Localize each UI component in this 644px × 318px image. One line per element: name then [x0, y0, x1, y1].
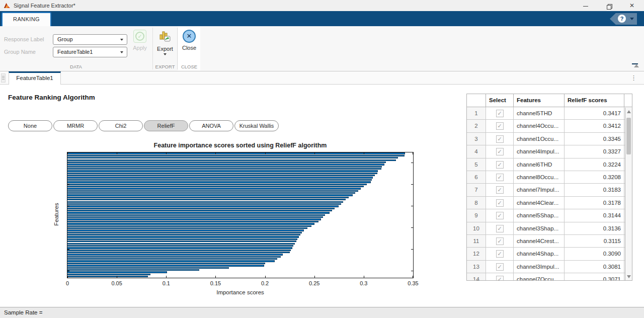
bar: [67, 267, 229, 269]
table-row: 6✓channel8Occu...0.3208: [467, 171, 632, 184]
help-icon: ?: [618, 15, 626, 23]
bar: [67, 184, 367, 185]
algo-button-mrmr[interactable]: MRMR: [53, 120, 98, 131]
row-checkbox[interactable]: ✓: [496, 212, 504, 219]
y-axis-tick: [411, 184, 413, 185]
row-select-cell: ✓: [486, 145, 514, 158]
bar: [67, 232, 302, 233]
bar: [67, 271, 167, 273]
bar: [67, 173, 377, 174]
row-score: 0.3345: [565, 133, 624, 145]
bar: [67, 177, 373, 178]
x-axis-tick: [265, 276, 266, 278]
bar-chart-plot: [67, 152, 414, 278]
close-window-button[interactable]: ✕: [624, 0, 640, 11]
row-score: 0.3090: [565, 248, 624, 260]
section-label-close: CLOSE: [178, 64, 200, 69]
close-tool-icon: ✕: [183, 30, 196, 43]
row-checkbox[interactable]: ✓: [496, 110, 504, 117]
row-checkbox[interactable]: ✓: [496, 199, 504, 207]
row-rank: 1: [467, 107, 486, 120]
y-axis-tick: [67, 184, 69, 185]
row-checkbox[interactable]: ✓: [496, 250, 504, 258]
x-tick-label: 0.25: [309, 280, 319, 286]
ribbon-toolbar: Response Label Group Name Group FeatureT…: [0, 26, 644, 71]
algo-button-kruskal-wallis[interactable]: Kruskal Wallis: [234, 120, 279, 131]
row-checkbox[interactable]: ✓: [496, 161, 504, 169]
bar: [67, 276, 148, 277]
help-button[interactable]: ?: [610, 13, 637, 25]
tab-options-kebab-icon[interactable]: ⋮: [630, 73, 637, 83]
bar: [67, 241, 296, 242]
bar: [67, 157, 398, 158]
algo-button-relieff[interactable]: ReliefF: [144, 120, 188, 131]
scroll-down-icon[interactable]: [627, 275, 631, 278]
tab-featuretable1[interactable]: FeatureTable1: [9, 71, 61, 85]
y-axis-tick: [67, 271, 69, 271]
row-rank: 14: [467, 273, 486, 281]
collapse-ribbon-icon: [632, 63, 638, 64]
row-checkbox[interactable]: ✓: [496, 135, 504, 143]
bar: [67, 258, 277, 260]
row-select-cell: ✓: [486, 133, 514, 145]
apply-button[interactable]: ✓ Apply: [130, 27, 150, 70]
row-rank: 7: [467, 184, 486, 196]
row-select-cell: ✓: [486, 120, 514, 132]
algo-button-chi2[interactable]: Chi2: [99, 120, 143, 131]
response-label-dropdown[interactable]: Group: [53, 34, 127, 45]
bar: [67, 260, 275, 262]
row-checkbox[interactable]: ✓: [496, 148, 504, 155]
bar: [67, 186, 364, 187]
title-bar: Signal Feature Extractor* ✕: [0, 0, 644, 11]
response-label-value: Group: [57, 36, 73, 42]
y-axis-tick: [411, 206, 413, 206]
row-feature-name: channel8Occu...: [514, 171, 565, 184]
table-scrollbar[interactable]: [625, 108, 632, 281]
row-score: 0.3183: [565, 184, 624, 196]
x-tick-label: 0: [66, 280, 69, 286]
toolbar-separator: [177, 28, 178, 69]
x-tick-label: 0.2: [261, 280, 269, 286]
x-axis-tick: [215, 152, 216, 154]
row-checkbox[interactable]: ✓: [496, 186, 504, 194]
scroll-up-icon[interactable]: [627, 110, 631, 113]
row-checkbox[interactable]: ✓: [496, 263, 504, 271]
restore-button[interactable]: [601, 0, 617, 11]
algo-button-anova[interactable]: ANOVA: [189, 120, 233, 131]
collapse-ribbon-button[interactable]: [632, 63, 641, 70]
x-axis-tick: [117, 276, 117, 278]
tab-ranking[interactable]: RANKING: [2, 12, 51, 26]
row-checkbox[interactable]: ✓: [496, 174, 504, 181]
row-select-cell: ✓: [486, 273, 514, 281]
x-axis-tick: [67, 152, 68, 154]
row-checkbox[interactable]: ✓: [496, 276, 504, 281]
panel-grip-handle[interactable]: [1, 73, 6, 83]
bar: [67, 205, 339, 207]
row-score: 0.3327: [565, 145, 624, 158]
row-checkbox[interactable]: ✓: [496, 237, 504, 245]
close-window-icon: ✕: [629, 2, 634, 9]
bar: [67, 250, 291, 251]
row-checkbox[interactable]: ✓: [496, 122, 504, 130]
y-axis-label: Features: [53, 189, 59, 240]
bar: [67, 263, 265, 264]
group-name-dropdown[interactable]: FeatureTable1: [53, 47, 127, 57]
algo-button-none[interactable]: None: [8, 120, 52, 131]
bar: [67, 175, 375, 176]
bar: [67, 194, 353, 196]
row-rank: 11: [467, 235, 486, 248]
row-score: 0.3412: [565, 120, 624, 132]
row-feature-name: channel4Shap...: [514, 248, 565, 260]
row-rank: 4: [467, 145, 486, 158]
x-axis-tick: [314, 152, 315, 154]
row-checkbox[interactable]: ✓: [496, 225, 504, 232]
y-axis-tick: [67, 206, 69, 206]
row-feature-name: channel4Occu...: [514, 120, 565, 132]
table-scrollbar-thumb[interactable]: [626, 118, 631, 154]
response-label: Response Label: [4, 34, 44, 45]
apply-icon: ✓: [133, 30, 146, 43]
minimize-button[interactable]: [578, 0, 594, 11]
row-select-cell: ✓: [486, 171, 514, 184]
row-rank: 9: [467, 209, 486, 222]
x-tick-label: 0.05: [111, 280, 122, 286]
